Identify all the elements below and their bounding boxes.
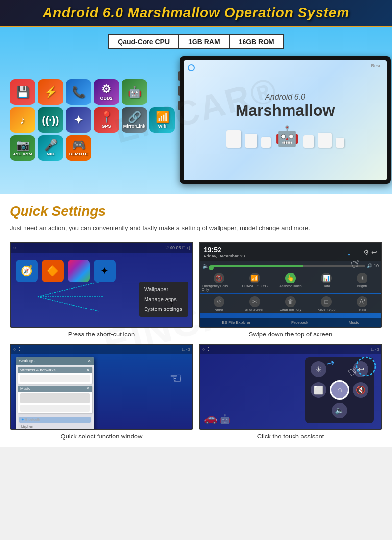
ss2-actions-row: ↺ Reset ✂ Shut Screen 🗑 Clear memory bbox=[200, 294, 381, 313]
app-icon-mic[interactable]: 🎤 MIC bbox=[38, 135, 63, 161]
app-icon-cam[interactable]: 📷 JAL CAM bbox=[10, 135, 35, 161]
ss2-screen: ↓ ☞ 19:52 Friday, December 23 ⚙ ↩ bbox=[200, 243, 381, 327]
screen-top-bar bbox=[188, 64, 195, 73]
marsh-cube-3 bbox=[261, 137, 271, 148]
ss4-top-bar: ○ ⋮ □ ◁ bbox=[200, 345, 381, 354]
ss4-android-icon: 🤖 bbox=[220, 414, 230, 425]
ss2-action-label-navi: Navi bbox=[359, 308, 366, 311]
ss3-music-content-1 bbox=[20, 393, 90, 403]
ss2-ctrl-label-touch: Assistor Touch bbox=[279, 284, 301, 288]
app-icon-phone[interactable]: 📞 bbox=[66, 79, 91, 105]
sd-symbol: 💾 bbox=[16, 87, 29, 98]
app-icon-wifi[interactable]: 📶 WIfI bbox=[149, 107, 175, 133]
ss1-app-nav: 🧭 bbox=[16, 260, 38, 282]
touch-assistant-panel[interactable]: ☀ ↩ ⬜ ⌂ 🔇 🔈 bbox=[305, 357, 374, 423]
obd-symbol: ⚙ bbox=[101, 84, 111, 95]
svg-line-2 bbox=[38, 297, 99, 311]
section-title: Quick Settings bbox=[10, 204, 382, 219]
ss1-popup-settings[interactable]: System settings bbox=[139, 304, 188, 314]
screenshots-grid: ○ ⋮ ♡ 00:05 □ ◁ 🧭 🔶 ✦ bbox=[10, 242, 382, 440]
ss2-ctrl-wifi: 📶 HUAWEI Z9ZYG bbox=[238, 273, 271, 291]
icon-row-2: ♪ ((·)) ✦ 📍 GPS 🔗 MirrorLink 📶 bbox=[10, 107, 175, 133]
app-icon-bluetooth[interactable]: ✦ bbox=[66, 107, 91, 133]
screenshot-item-4: ○ ⋮ □ ◁ 🚗 🤖 ☀ ↩ ⬜ bbox=[199, 344, 382, 440]
mic-label: MIC bbox=[47, 152, 55, 156]
app-icon-sd[interactable]: 💾 bbox=[10, 79, 35, 105]
app-icon-mirrorlink[interactable]: 🔗 MirrorLink bbox=[122, 107, 147, 133]
ss2-ctrl-bright: ☀ Brighte bbox=[345, 273, 379, 291]
ss2-settings-icon[interactable]: ⚙ ↩ bbox=[363, 248, 377, 256]
ta-btn-home[interactable]: ⌂ bbox=[330, 380, 349, 400]
app-icon-radio[interactable]: ((·)) bbox=[38, 107, 63, 133]
music-symbol: ♪ bbox=[20, 115, 25, 126]
ss2-date: Friday, December 23 bbox=[204, 254, 245, 258]
ss1-hand-icon: ☞ bbox=[164, 295, 177, 312]
ta-btn-brightness[interactable]: ☀ bbox=[311, 361, 326, 377]
ss2-app-es: ES File Explorer bbox=[222, 320, 250, 325]
app-icon-usb[interactable]: ⚡ bbox=[38, 79, 63, 105]
ta-btn-vol-up[interactable]: 🔈 bbox=[332, 403, 347, 418]
marsh-cube-6 bbox=[336, 138, 344, 148]
ss1-app-bt: ✦ bbox=[94, 260, 116, 282]
remote-label: REMOTE bbox=[69, 152, 88, 156]
ss2-action-shutscreen: ✂ Shut Screen bbox=[238, 296, 271, 311]
ss1-popup-menu[interactable]: Wallpaper Manage apps System settings bbox=[139, 282, 188, 317]
ss3-settings-window[interactable]: Settings ✕ Wireless & networks ✕ bbox=[16, 357, 94, 430]
app-icon-music[interactable]: ♪ bbox=[10, 107, 35, 133]
ss2-ctrl-icon-touch[interactable]: 👆 bbox=[285, 273, 296, 283]
android-bot-icon: 🤖 bbox=[275, 125, 299, 148]
ss3-music-close[interactable]: ✕ bbox=[86, 386, 90, 391]
ss2-action-icon-recent[interactable]: □ bbox=[321, 296, 332, 307]
ss3-wireless-header: Wireless & networks ✕ bbox=[18, 367, 92, 373]
ss2-action-icon-reset[interactable]: ↺ bbox=[214, 296, 224, 307]
quick-settings-section: EINCAR® Quick Settings Just need an acti… bbox=[0, 194, 392, 447]
page-title: Android 6.0 Marshmallow Operation System bbox=[10, 5, 382, 21]
ss2-volume-slider[interactable] bbox=[211, 265, 365, 267]
app-device-row: 💾 ⚡ 📞 ⚙ OBD2 🤖 ♪ bbox=[10, 56, 382, 184]
app-icon-android[interactable]: 🤖 bbox=[122, 79, 147, 105]
ta-empty-3 bbox=[353, 403, 368, 418]
ss2-ctrl-icon-bright[interactable]: ☀ bbox=[357, 273, 368, 283]
ss2-action-icon-navi[interactable]: A* bbox=[357, 296, 368, 307]
wifi-symbol: 📶 bbox=[156, 112, 169, 123]
bt-symbol: ✦ bbox=[74, 115, 83, 126]
side-button-3[interactable] bbox=[178, 101, 180, 110]
ss2-action-icon-shut[interactable]: ✂ bbox=[249, 296, 260, 307]
app-icon-remote[interactable]: 🎮 REMOTE bbox=[66, 135, 91, 161]
ss2-action-label-shut: Shut Screen bbox=[245, 308, 265, 311]
ss2-ctrl-icon-wifi[interactable]: 📶 bbox=[249, 273, 260, 283]
ss2-ctrl-emergency: 📵 Emergency Calls Only bbox=[202, 273, 236, 291]
ss2-action-label-reset: Reset bbox=[214, 308, 223, 311]
ss2-swipe-arrow: ↓ bbox=[346, 245, 352, 258]
screenshot-frame-3: ○ ⋮ □ ◁ Settings ✕ bbox=[10, 344, 193, 430]
screen-content: Android 6.0 Marshmallow 🤖 bbox=[226, 93, 344, 148]
ss3-settings-close[interactable]: ✕ bbox=[87, 359, 91, 363]
ss3-settings-body: Wireless & networks ✕ Music bbox=[16, 365, 94, 430]
ss3-wireless-close[interactable]: ✕ bbox=[86, 368, 90, 372]
marsh-cube-1 bbox=[226, 130, 241, 148]
app-icon-gps[interactable]: 📍 GPS bbox=[94, 107, 119, 133]
ss2-ctrl-touch: 👆 Assistor Touch bbox=[273, 273, 307, 291]
side-button-2[interactable] bbox=[178, 86, 180, 96]
ss1-top-bar: ○ ⋮ ♡ 00:05 □ ◁ bbox=[11, 243, 192, 253]
ss3-caption: Quick select function window bbox=[61, 433, 143, 440]
section-description: Just need an action, you can convenientl… bbox=[10, 223, 382, 233]
ss3-coolpad-row: Coolpad W706+ bbox=[19, 429, 91, 430]
ss2-action-icon-clear[interactable]: 🗑 bbox=[285, 296, 296, 307]
screen-reset-text: Reset bbox=[371, 63, 383, 68]
app-icon-obd[interactable]: ⚙ OBD2 bbox=[94, 79, 119, 105]
ss1-popup-manage[interactable]: Manage apps bbox=[139, 294, 188, 304]
spec-rom: 16GB ROM bbox=[229, 34, 284, 49]
ss2-ctrl-icon-emergency[interactable]: 📵 bbox=[214, 273, 224, 283]
ss2-ctrl-icon-data[interactable]: 📊 bbox=[321, 273, 332, 283]
ss3-music-title: Music bbox=[20, 386, 30, 391]
ss2-ctrl-label-data: Data bbox=[323, 284, 330, 288]
device-screen: Android 6.0 Marshmallow 🤖 bbox=[184, 60, 387, 180]
ss3-app-row: ✦ Bluetooth Liephen Coolpad W706+ bbox=[18, 415, 92, 430]
side-button-1[interactable] bbox=[178, 71, 180, 81]
ta-btn-screen[interactable]: ⬜ bbox=[311, 382, 326, 398]
ta-btn-vol-down[interactable]: 🔇 bbox=[353, 382, 368, 398]
ss1-popup-wallpaper[interactable]: Wallpaper bbox=[139, 284, 188, 294]
ss3-settings-header: Settings ✕ bbox=[16, 357, 94, 365]
gps-label: GPS bbox=[101, 124, 111, 129]
